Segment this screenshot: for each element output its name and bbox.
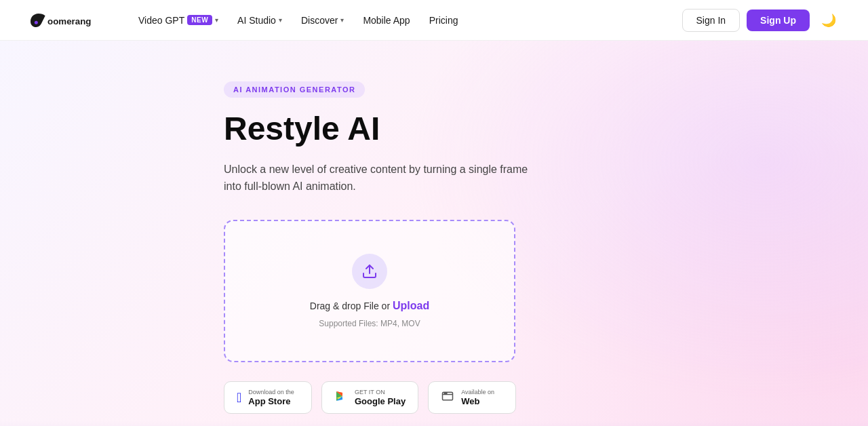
upload-icon: [361, 263, 378, 279]
nav-item-pricing[interactable]: Pricing: [421, 11, 467, 30]
nav-item-discover[interactable]: Discover ▾: [293, 11, 352, 30]
web-icon: [441, 389, 454, 406]
appstore-text: Download on the App Store: [248, 389, 294, 406]
logo[interactable]: oomerang: [27, 10, 108, 31]
upload-label: Drag & drop File or Upload: [310, 300, 429, 312]
sign-in-button[interactable]: Sign In: [682, 9, 741, 32]
sign-up-button[interactable]: Sign Up: [747, 9, 810, 31]
googleplay-button[interactable]: GET IT ON Google Play: [321, 381, 418, 414]
nav-item-mobileapp[interactable]: Mobile App: [355, 11, 418, 30]
hero-badge: AI ANIMATION GENERATOR: [224, 81, 365, 98]
upload-supported-files: Supported Files: MP4, MOV: [319, 319, 420, 328]
upload-link[interactable]: Upload: [393, 300, 429, 311]
app-store-buttons:  Download on the App Store: [224, 381, 644, 414]
upload-dropzone[interactable]: Drag & drop File or Upload Supported Fil…: [224, 220, 515, 362]
dark-mode-button[interactable]: 🌙: [816, 8, 841, 33]
nav-actions: Sign In Sign Up 🌙: [682, 8, 841, 33]
hero-title: Restyle AI: [224, 111, 644, 147]
moon-icon: 🌙: [821, 13, 836, 28]
upload-icon-container: [352, 254, 387, 289]
nav-item-videogpt[interactable]: Video GPT NEW ▾: [130, 11, 226, 30]
apple-icon: : [237, 390, 241, 406]
hero-description: Unlock a new level of creative content b…: [224, 161, 529, 195]
svg-point-5: [446, 393, 447, 393]
svg-point-4: [444, 393, 445, 393]
nav-item-aistudio[interactable]: AI Studio ▾: [229, 11, 290, 30]
appstore-button[interactable]:  Download on the App Store: [224, 381, 312, 414]
new-badge: NEW: [187, 15, 212, 25]
nav-links: Video GPT NEW ▾ AI Studio ▾ Discover ▾ M…: [130, 11, 682, 30]
web-text: Available on Web: [461, 389, 494, 406]
googleplay-text: GET IT ON Google Play: [355, 389, 406, 406]
bottom-fade: [0, 421, 868, 426]
svg-point-0: [35, 20, 38, 24]
googleplay-icon: [334, 389, 348, 406]
hero-section: AI ANIMATION GENERATOR Restyle AI Unlock…: [0, 41, 868, 426]
svg-text:oomerang: oomerang: [47, 16, 91, 26]
upload-drag-text: Drag & drop File or: [310, 301, 393, 311]
chevron-down-icon: ▾: [215, 16, 218, 24]
web-button[interactable]: Available on Web: [428, 381, 516, 414]
chevron-down-icon: ▾: [340, 16, 344, 24]
navbar: oomerang Video GPT NEW ▾ AI Studio ▾ Dis…: [0, 0, 868, 41]
hero-content: AI ANIMATION GENERATOR Restyle AI Unlock…: [197, 81, 671, 414]
chevron-down-icon: ▾: [279, 16, 282, 24]
